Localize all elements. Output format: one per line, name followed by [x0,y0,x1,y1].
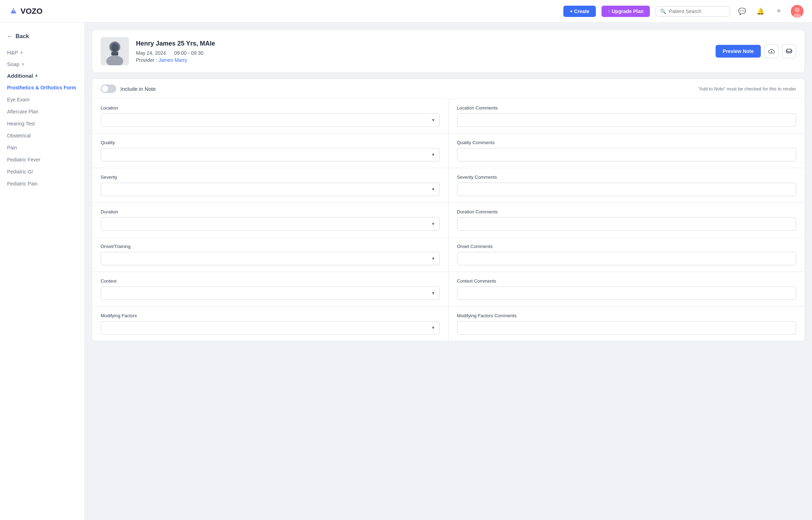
sidebar-item-label: Pediatric Fever [7,157,40,162]
patient-search-input[interactable] [669,8,725,14]
svg-point-1 [795,7,800,12]
notification-icon-button[interactable]: 🔔 [754,5,767,18]
location-label: Location [101,105,440,111]
patient-date-time: May 24, 2024 09:00 - 09:30 [136,50,709,56]
sidebar-soap-label: Soap [7,61,19,67]
sidebar-item-pediatric-gi[interactable]: Pediatric GI [0,166,84,178]
back-button[interactable]: ← Back [0,30,84,47]
context-label: Context [101,278,440,284]
sidebar-item-obstetrical[interactable]: Obstetrical [0,130,84,142]
cloud-icon [768,48,775,55]
patient-time: 09:00 - 09:30 [174,50,203,56]
chat-icon-button[interactable]: 💬 [736,5,748,18]
card-actions: Preview Note [716,44,796,58]
modifying-comments-input[interactable] [457,321,796,335]
svg-point-7 [111,43,118,52]
severity-select[interactable] [101,183,440,196]
patient-info: Henry James 25 Yrs, MAle May 24, 2024 09… [136,40,709,63]
duration-label: Duration [101,209,440,214]
patient-date: May 24, 2024 [136,50,166,56]
sidebar-section-additional[interactable]: Additional ∧ [0,70,84,82]
sidebar-item-label: Hearing Test [7,121,35,126]
provider-link[interactable]: James Marry [159,57,187,63]
modifying-select-wrapper: ▼ [101,321,440,335]
quality-select[interactable] [101,148,440,161]
sidebar-section-soap[interactable]: Soap ∨ [0,58,84,70]
form-row-onset: Onset/Training ▼ Onset Comments [92,237,805,272]
form-field-modifying-comments: Modifying Factors Comments [449,307,805,341]
location-select[interactable] [101,113,440,127]
quality-comments-input[interactable] [457,148,796,161]
severity-select-wrapper: ▼ [101,183,440,196]
context-comments-label: Context Comments [457,278,796,284]
form-row-severity: Severity ▼ Severity Comments [92,168,805,203]
sidebar: ← Back H&P ∨ Soap ∨ Additional ∧ Prosthe… [0,23,85,520]
form-field-modifying: Modifying Factors ▼ [92,307,449,341]
search-icon: 🔍 [660,8,666,14]
sidebar-additional-label: Additional [7,73,33,79]
form-field-quality: Quality ▼ [92,134,449,168]
print-button[interactable] [782,44,796,58]
form-field-severity-comments: Severity Comments [449,168,805,202]
form-field-context-comments: Context Comments [449,272,805,306]
context-select-wrapper: ▼ [101,286,440,300]
sidebar-item-label: Aftercare Plan [7,109,38,114]
sidebar-item-hearing[interactable]: Hearing Test [0,118,84,130]
duration-comments-input[interactable] [457,217,796,231]
sidebar-section-hp[interactable]: H&P ∨ [0,47,84,58]
sidebar-item-prosthetics[interactable]: Prosthetics & Orthotics Form [0,82,84,94]
sidebar-item-pain[interactable]: Pain [0,142,84,154]
logo-text: VOZO [20,7,42,16]
modifying-select[interactable] [101,321,440,335]
context-select[interactable] [101,286,440,300]
context-comments-input[interactable] [457,286,796,300]
onset-select-wrapper: ▼ [101,252,440,265]
upgrade-button[interactable]: ↑ Upgrade Plan [601,6,650,17]
create-button[interactable]: + Create [563,6,596,17]
onset-comments-input[interactable] [457,252,796,265]
avatar[interactable] [791,5,804,18]
form-row-modifying: Modifying Factors ▼ Modifying Factors Co… [92,307,805,341]
form-field-severity: Severity ▼ [92,168,449,202]
back-label: Back [16,33,29,40]
sidebar-item-label: Pediatric GI [7,169,33,175]
form-field-onset-comments: Onset Comments [449,237,805,272]
cloud-save-button[interactable] [764,44,778,58]
severity-comments-input[interactable] [457,183,796,196]
duration-comments-label: Duration Comments [457,209,796,214]
severity-comments-label: Severity Comments [457,175,796,180]
svg-rect-8 [111,52,118,55]
form-row-location: Location ▼ Location Comments [92,99,805,134]
top-nav: VOZO + Create ↑ Upgrade Plan 🔍 💬 🔔 + [0,0,812,23]
preview-note-button[interactable]: Preview Note [716,45,761,58]
severity-label: Severity [101,175,440,180]
sidebar-item-label: Pediatric Pain [7,181,37,187]
location-comments-input[interactable] [457,113,796,127]
sidebar-item-pediatric-fever[interactable]: Pediatric Fever [0,154,84,166]
sidebar-item-label: Obstetrical [7,133,31,138]
sidebar-item-pediatric-pain[interactable]: Pediatric Pain [0,178,84,190]
logo: VOZO [8,6,42,16]
bell-icon: 🔔 [757,7,764,15]
patient-avatar [101,37,129,65]
onset-comments-label: Onset Comments [457,244,796,249]
provider-label: Provider : [136,57,157,63]
form-field-quality-comments: Quality Comments [449,134,805,168]
plus-icon-button[interactable]: + [772,5,785,18]
include-note-toggle[interactable] [101,84,116,93]
hp-chevron-icon: ∨ [20,50,23,55]
sidebar-item-aftercare[interactable]: Aftercare Plan [0,106,84,118]
form-row-context: Context ▼ Context Comments [92,272,805,307]
patient-provider: Provider : James Marry [136,57,709,63]
app-body: ← Back H&P ∨ Soap ∨ Additional ∧ Prosthe… [0,0,812,520]
form-row-quality: Quality ▼ Quality Comments [92,134,805,168]
duration-select[interactable] [101,217,440,231]
back-arrow-icon: ← [7,33,13,40]
chat-icon: 💬 [738,7,746,15]
modifying-label: Modifying Factors [101,313,440,318]
form-field-location-comments: Location Comments [449,99,805,133]
onset-select[interactable] [101,252,440,265]
include-note-hint: "Add to Note" must be checked for this t… [698,86,796,91]
sidebar-item-eye-exam[interactable]: Eye Exam [0,94,84,106]
sidebar-item-label: Eye Exam [7,97,30,102]
